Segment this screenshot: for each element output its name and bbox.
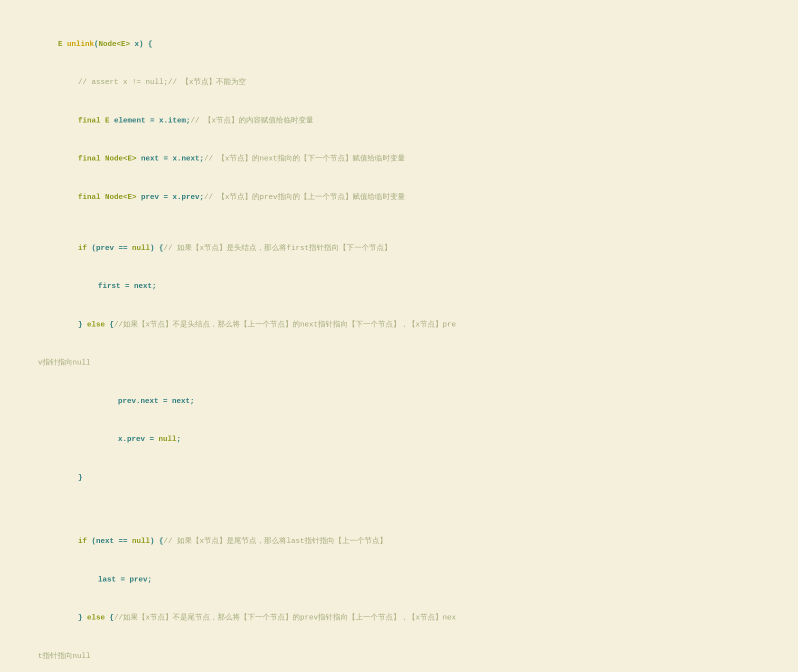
line-5: final Node<E> prev = x.prev;// 【x节点】的pre… <box>20 178 778 216</box>
comment-wrap-1: v指针指向null <box>38 358 90 367</box>
comment-wrap-2: t指针指向null <box>38 652 90 660</box>
brace-open-1: { <box>110 320 114 329</box>
kw-final-1: final <box>78 116 105 125</box>
assign-7: = <box>116 576 130 584</box>
assign-3: = <box>159 193 172 202</box>
kw-final-3: final <box>78 193 105 202</box>
var-first: first <box>98 282 120 290</box>
line-12: if (next == null) {// 如果【x节点】是尾节点，那么将las… <box>20 522 778 561</box>
assign-4: = <box>120 282 134 290</box>
line-wrap-2: t指针指向null <box>20 637 778 672</box>
kw-null-2: null <box>158 435 176 444</box>
op-eq-2: == <box>114 537 132 546</box>
semi-4: ; <box>152 282 156 290</box>
var-next-4: next <box>96 537 114 546</box>
line-11: } <box>20 458 778 497</box>
param-x: x) { <box>130 40 152 48</box>
line-8: } else {//如果【x节点】不是头结点，那么将【上一个节点】的next指针… <box>20 306 778 344</box>
brace-open-2: { <box>110 614 114 622</box>
assign-6: = <box>145 435 158 444</box>
semi-5: ; <box>190 397 194 406</box>
line-3: final E element = x.item;// 【x节点】的内容赋值给临… <box>20 102 778 140</box>
var-prev-2: prev <box>96 244 114 252</box>
var-next: next <box>136 154 159 163</box>
brace-close-1: } <box>78 474 82 482</box>
kw-if-1: if <box>78 244 92 252</box>
var-next-3: next <box>172 397 190 406</box>
line-10: x.prev = null; <box>20 420 778 459</box>
var-element: element <box>114 116 146 125</box>
var-x-next: x.next <box>172 154 200 163</box>
line-blank-1 <box>20 216 778 230</box>
line-14: } else {//如果【x节点】不是尾节点，那么将【下一个节点】的prev指针… <box>20 599 778 638</box>
kw-null-3: null <box>132 537 150 546</box>
semi-3: ; <box>200 193 204 202</box>
brace-else-1: } <box>78 320 87 329</box>
semi-2: ; <box>200 154 204 163</box>
line-blank-3 <box>20 510 778 522</box>
line-6: if (prev == null) {// 如果【x节点】是头结点，那么将fir… <box>20 229 778 268</box>
comment-6: //如果【x节点】不是头结点，那么将【上一个节点】的next指针指向【下一个节点… <box>114 320 456 329</box>
assign-1: = <box>146 116 159 125</box>
code-block: E unlink(Node<E> x) { // assert x != nul… <box>20 15 778 672</box>
semi-6: ; <box>176 435 181 444</box>
var-prev-next: prev.next <box>118 397 158 406</box>
paren-if-1: ( <box>92 244 96 252</box>
assign-2: = <box>159 154 172 163</box>
brace-if-2: ) { <box>150 537 164 546</box>
comment-4: // 【x节点】的prev指向的【上一个节点】赋值给临时变量 <box>204 193 405 202</box>
line-4: final Node<E> next = x.next;// 【x节点】的nex… <box>20 140 778 178</box>
var-prev: prev <box>136 193 159 202</box>
kw-final-2: final <box>78 154 105 163</box>
line-7: first = next; <box>20 268 778 306</box>
kw-else-2: else <box>87 614 110 622</box>
comment-8: //如果【x节点】不是尾节点，那么将【下一个节点】的prev指针指向【上一个节点… <box>114 614 456 622</box>
type-node-3: Node<E> <box>105 193 136 202</box>
type-node: Node<E> <box>98 40 130 48</box>
comment-5: // 如果【x节点】是头结点，那么将first指针指向【下一个节点】 <box>164 244 392 252</box>
comment-1: // assert x != null;// 【x节点】不能为空 <box>78 78 246 86</box>
line-blank-2 <box>20 497 778 510</box>
var-prev-3: prev <box>130 576 148 584</box>
line-13: last = prev; <box>20 560 778 599</box>
assign-5: = <box>158 397 172 406</box>
method-unlink: unlink <box>67 40 94 48</box>
semi-1: ; <box>186 116 190 125</box>
var-x-prev: x.prev <box>172 193 200 202</box>
kw-if-2: if <box>78 537 92 546</box>
comment-2: // 【x节点】的内容赋值给临时变量 <box>190 116 314 125</box>
semi-7: ; <box>148 576 152 584</box>
kw-else-1: else <box>87 320 110 329</box>
line-2: // assert x != null;// 【x节点】不能为空 <box>20 64 778 102</box>
brace-else-2: } <box>78 614 87 622</box>
var-x-prev-2: x.prev <box>118 435 145 444</box>
comment-7: // 如果【x节点】是尾节点，那么将last指针指向【上一个节点】 <box>164 537 387 546</box>
op-eq-1: == <box>114 244 132 252</box>
keyword-E: E <box>58 40 67 48</box>
kw-null-1: null <box>132 244 150 252</box>
line-1: E unlink(Node<E> x) { <box>20 25 778 64</box>
line-wrap-1: v指针指向null <box>20 344 778 382</box>
type-E-1: E <box>105 116 114 125</box>
paren-open: ( <box>94 40 98 48</box>
line-9: prev.next = next; <box>20 382 778 420</box>
paren-if-2: ( <box>92 537 96 546</box>
type-node-2: Node<E> <box>105 154 136 163</box>
var-next-2: next <box>134 282 152 290</box>
var-last: last <box>98 576 116 584</box>
brace-if-1: ) { <box>150 244 164 252</box>
comment-3: // 【x节点】的next指向的【下一个节点】赋值给临时变量 <box>204 154 405 163</box>
var-x-item: x.item <box>159 116 186 125</box>
